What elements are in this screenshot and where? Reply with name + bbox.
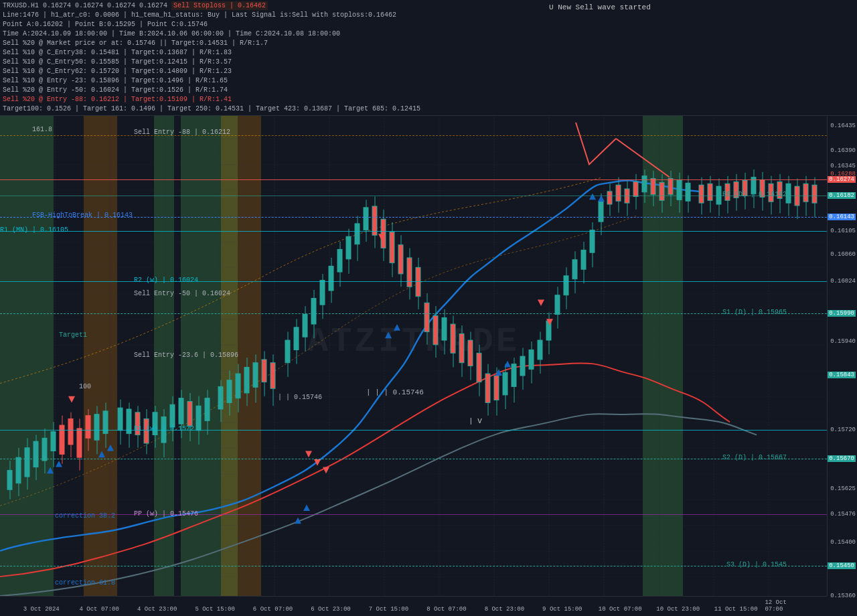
svg-rect-30 (68, 418, 73, 444)
sell-entry-neg88-line (0, 135, 827, 136)
label-pp-daily: PP (D) | 0.16182 (722, 191, 787, 198)
svg-rect-170 (699, 185, 704, 203)
price-16060: 0.16060 (830, 251, 856, 258)
svg-rect-80 (303, 315, 307, 337)
label-sell-entry-neg23: Sell Entry -23.6 | 0.15896 (134, 352, 238, 359)
label-correction-38: correction 38.2 (55, 512, 115, 520)
svg-rect-88 (337, 249, 342, 272)
svg-rect-196 (812, 185, 817, 203)
svg-rect-64 (227, 380, 232, 403)
svg-rect-146 (590, 230, 595, 253)
header-sell-20-market: Sell %20 @ Market price or at: 0.15746 |… (3, 39, 854, 48)
price-15400: 0.15400 (830, 539, 856, 546)
price-fsb: 0.16143 (828, 214, 856, 220)
svg-rect-90 (346, 236, 351, 259)
label-fsb: FSB-HighToBreak | 0.16143 (32, 212, 133, 219)
svg-rect-100 (390, 232, 394, 262)
svg-rect-106 (416, 267, 420, 296)
svg-rect-56 (187, 401, 192, 426)
svg-rect-112 (442, 317, 447, 340)
svg-rect-76 (285, 340, 290, 363)
header-line-3: Point A:0.16202 | Point B:0.15295 | Poin… (3, 20, 854, 29)
main-chart-svg (0, 87, 827, 596)
price-axis: 0.16462 0.16435 0.16390 0.16345 0.16288 … (827, 87, 857, 596)
label-s1-daily: S1 (D) | 0.15965 (722, 309, 787, 316)
time-oct7-15: 7 Oct 15:00 (369, 606, 408, 613)
svg-rect-74 (270, 363, 275, 388)
r1-mn-line (0, 231, 827, 232)
header-sell-entry-neg88: Sell %20 @ Entry -88: 0.16212 | Target:0… (3, 95, 854, 104)
label-r1-w: R1 (w) | 0.1572 (134, 425, 194, 433)
svg-rect-40 (118, 408, 123, 431)
time-oct6-23: 6 Oct 23:00 (311, 606, 350, 613)
svg-rect-34 (86, 416, 90, 439)
svg-rect-172 (708, 183, 712, 200)
svg-rect-138 (555, 295, 560, 315)
label-r1-mn: R1 (MN) | 0.16105 (0, 226, 68, 234)
label-161-8: 161.8 (32, 126, 52, 133)
price-15625: 0.15625 (830, 485, 856, 492)
symbol: TRXUSD.H1 (3, 2, 39, 9)
svg-rect-62 (218, 386, 223, 409)
svg-rect-54 (179, 398, 183, 424)
time-oct11-15: 11 Oct 15:00 (714, 606, 758, 613)
price-16345: 0.16345 (830, 163, 856, 169)
svg-rect-24 (42, 438, 47, 461)
price-r1-mn: 0.16105 (830, 228, 856, 234)
time-oct10-7: 10 Oct 07:00 (599, 606, 642, 613)
price-pp-w: 0.15476 (830, 511, 856, 518)
r1-w-line (0, 430, 827, 431)
current-price-line (0, 179, 827, 180)
svg-rect-114 (451, 324, 455, 353)
price-15360: 0.15360 (830, 593, 856, 599)
time-oct12-7: 12 Oct 07:00 (765, 599, 806, 613)
svg-rect-92 (355, 224, 360, 244)
svg-rect-70 (253, 363, 258, 388)
time-oct4-23: 4 Oct 23:00 (137, 606, 177, 613)
label-ii-15746: | | 0.15746 (278, 394, 322, 401)
wave-iii-label: | | | 0.15746 (366, 388, 424, 396)
time-oct10-23: 10 Oct 23:00 (656, 606, 700, 613)
pp-w-line (0, 514, 827, 515)
s2-daily-line (0, 459, 827, 459)
svg-rect-118 (468, 340, 473, 366)
header-line-1: TRXUSD.H1 0.16274 0.16274 0.16274 0.1627… (3, 1, 854, 11)
svg-rect-98 (381, 219, 386, 248)
label-sell-entry-neg88: Sell Entry -88 | 0.16212 (134, 129, 230, 136)
svg-rect-142 (572, 260, 577, 279)
top-bar: TRXUSD.H1 0.16274 0.16274 0.16274 0.1627… (0, 0, 857, 116)
price-16435: 0.16435 (830, 123, 856, 129)
svg-rect-72 (262, 360, 266, 382)
wave-iv-label: | V (469, 417, 482, 425)
svg-rect-164 (668, 179, 673, 195)
price-s1-daily: 0.15990 (828, 310, 856, 317)
label-100: 100 (79, 383, 91, 390)
price-16390: 0.16390 (830, 147, 856, 154)
svg-rect-78 (294, 327, 299, 350)
time-oct4-7: 4 Oct 07:00 (79, 606, 119, 613)
svg-rect-52 (170, 404, 175, 427)
price-15940: 0.15940 (830, 338, 856, 345)
price-pp-daily: 0.16182 (828, 192, 856, 199)
r2-w-line (0, 281, 827, 282)
svg-rect-58 (196, 406, 201, 431)
svg-rect-158 (642, 176, 647, 192)
header-line-4: Time A:2024.10.09 18:00:00 | Time B:2024… (3, 29, 854, 39)
svg-rect-108 (424, 303, 429, 331)
svg-rect-84 (320, 281, 325, 305)
price-15843: 0.15843 (828, 372, 856, 378)
svg-rect-102 (398, 245, 403, 274)
svg-rect-194 (803, 183, 808, 202)
time-oct8-23: 8 Oct 23:00 (485, 606, 524, 613)
svg-rect-140 (564, 276, 568, 295)
svg-rect-162 (659, 182, 664, 200)
svg-rect-122 (485, 374, 490, 402)
svg-rect-66 (236, 374, 240, 398)
price-current-highlight: 0.16274 (828, 176, 856, 183)
svg-rect-148 (599, 201, 603, 222)
label-sell-entry-neg50: Sell Entry -50 | 0.16024 (134, 290, 230, 297)
svg-rect-190 (786, 183, 791, 203)
svg-rect-26 (51, 432, 56, 451)
price-s3-daily: 0.15450 (828, 562, 856, 569)
price-r2-w: 0.16024 (830, 278, 856, 285)
